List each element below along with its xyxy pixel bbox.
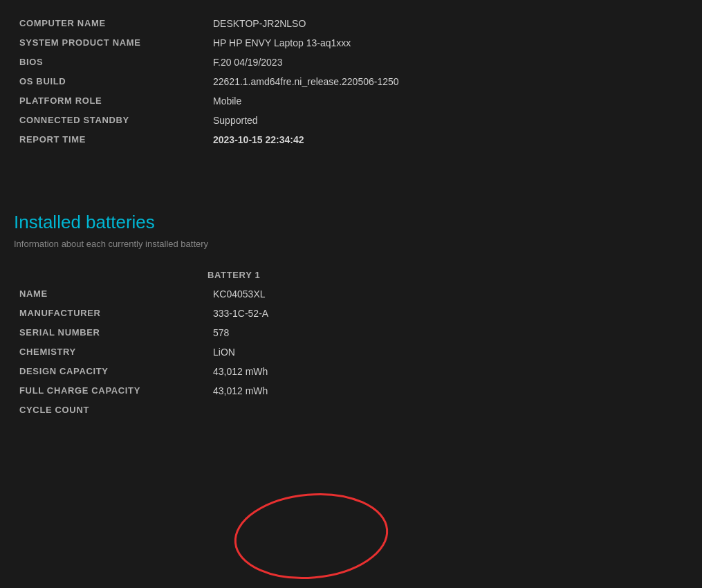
installed-batteries-title: Installed batteries	[14, 212, 688, 233]
installed-batteries-section: Installed batteries Information about ea…	[14, 212, 688, 419]
battery-1-header: BATTERY 1	[207, 270, 688, 284]
connected-standby-row: CONNECTED STANDBY Supported	[14, 111, 688, 130]
battery-info-table: NAME KC04053XL MANUFACTURER 333-1C-52-A …	[14, 284, 688, 419]
report-time-row: REPORT TIME 2023-10-15 22:34:42	[14, 130, 688, 149]
platform-role-row: PLATFORM ROLE Mobile	[14, 91, 688, 111]
battery-chemistry-label: CHEMISTRY	[14, 342, 207, 362]
battery-full-charge-capacity-text: 43,012 mWh	[213, 385, 268, 396]
red-circle-annotation	[228, 481, 394, 588]
battery-design-capacity-value: 43,012 mWh	[207, 362, 688, 381]
battery-design-capacity-row: DESIGN CAPACITY 43,012 mWh	[14, 362, 688, 381]
battery-name-label: NAME	[14, 284, 207, 304]
report-time-label: REPORT TIME	[14, 130, 207, 149]
battery-name-value: KC04053XL	[207, 284, 688, 304]
battery-cycle-count-label: CYCLE COUNT	[14, 401, 207, 419]
computer-name-label: COMPUTER NAME	[14, 14, 207, 33]
battery-manufacturer-value: 333-1C-52-A	[207, 304, 688, 323]
system-product-name-value: HP HP ENVY Laptop 13-aq1xxx	[207, 33, 688, 53]
battery-chemistry-row: CHEMISTRY LiON	[14, 342, 688, 362]
battery-cycle-count-row: CYCLE COUNT	[14, 401, 688, 419]
section-gap	[14, 156, 688, 212]
battery-manufacturer-row: MANUFACTURER 333-1C-52-A	[14, 304, 688, 323]
os-build-label: OS BUILD	[14, 72, 207, 91]
battery-full-charge-capacity-label: FULL CHARGE CAPACITY	[14, 381, 207, 401]
battery-serial-number-label: SERIAL NUMBER	[14, 323, 207, 342]
bios-value: F.20 04/19/2023	[207, 53, 688, 72]
bios-label: BIOS	[14, 53, 207, 72]
system-product-name-row: SYSTEM PRODUCT NAME HP HP ENVY Laptop 13…	[14, 33, 688, 53]
battery-full-charge-capacity-row: FULL CHARGE CAPACITY 43,012 mWh	[14, 381, 688, 401]
battery-chemistry-value: LiON	[207, 342, 688, 362]
installed-batteries-subtitle: Information about each currently install…	[14, 239, 688, 249]
svg-point-0	[232, 488, 391, 585]
platform-role-value: Mobile	[207, 91, 688, 111]
battery-serial-number-value: 578	[207, 323, 688, 342]
battery-design-capacity-label: DESIGN CAPACITY	[14, 362, 207, 381]
os-build-row: OS BUILD 22621.1.amd64fre.ni_release.220…	[14, 72, 688, 91]
battery-name-row: NAME KC04053XL	[14, 284, 688, 304]
system-info-table: COMPUTER NAME DESKTOP-JR2NLSO SYSTEM PRO…	[14, 14, 688, 149]
computer-name-value: DESKTOP-JR2NLSO	[207, 14, 688, 33]
battery-cycle-count-value	[207, 401, 688, 419]
bios-row: BIOS F.20 04/19/2023	[14, 53, 688, 72]
system-product-name-label: SYSTEM PRODUCT NAME	[14, 33, 207, 53]
battery-serial-number-row: SERIAL NUMBER 578	[14, 323, 688, 342]
computer-name-row: COMPUTER NAME DESKTOP-JR2NLSO	[14, 14, 688, 33]
os-build-value: 22621.1.amd64fre.ni_release.220506-1250	[207, 72, 688, 91]
connected-standby-value: Supported	[207, 111, 688, 130]
platform-role-label: PLATFORM ROLE	[14, 91, 207, 111]
battery-design-capacity-text: 43,012 mWh	[213, 366, 268, 377]
battery-full-charge-capacity-value: 43,012 mWh	[207, 381, 688, 401]
battery-manufacturer-label: MANUFACTURER	[14, 304, 207, 323]
connected-standby-label: CONNECTED STANDBY	[14, 111, 207, 130]
report-time-value: 2023-10-15 22:34:42	[207, 130, 688, 149]
